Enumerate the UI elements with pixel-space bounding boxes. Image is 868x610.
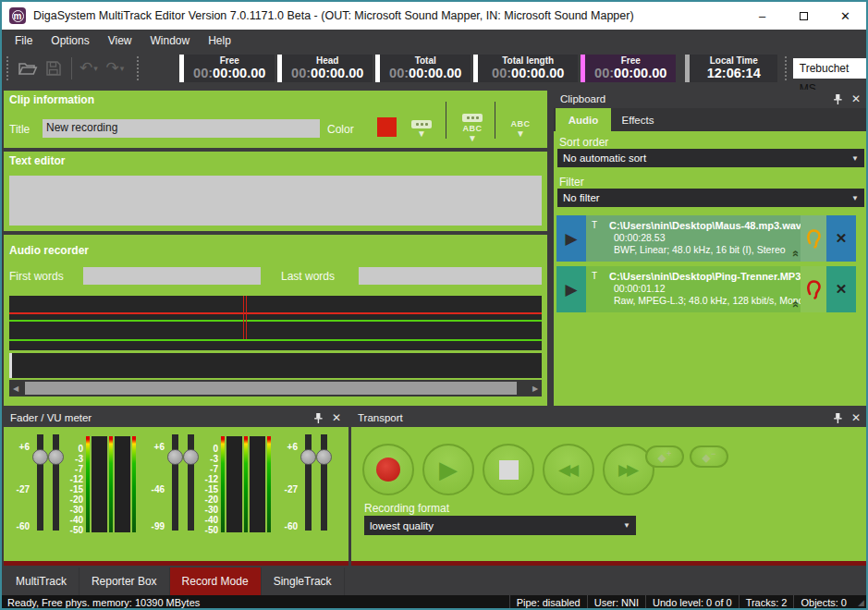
- status-message: Ready, Free phys. memory: 10390 MBytes: [7, 597, 200, 608]
- fader-slider-mon-right[interactable]: [316, 434, 332, 534]
- waveform-display[interactable]: [9, 296, 542, 378]
- fader-slider-in-left[interactable]: [32, 434, 48, 534]
- item-body[interactable]: TC:\Users\nin\Desktop\Maus-48.mp3.wav 00…: [586, 215, 801, 262]
- item-path: C:\Users\nin\Desktop\Ping-Trenner.MP3: [609, 271, 801, 282]
- text-editor-area[interactable]: [9, 176, 542, 226]
- color-dropdown-button[interactable]: ▼: [405, 113, 438, 144]
- pin-icon[interactable]: [313, 412, 324, 424]
- scrollbar-thumb[interactable]: [25, 382, 517, 395]
- mode-tabbar: MultiTrack Reporter Box Record Mode Sing…: [2, 567, 866, 595]
- clipboard-tabstrip: Audio Effects: [554, 108, 868, 131]
- transport-header[interactable]: Transport ✕: [351, 409, 868, 427]
- diamond-plus-icon: ◆+: [658, 449, 672, 464]
- status-undo-level: Undo level: 0 of 0: [645, 595, 739, 610]
- toolbar-grip[interactable]: [6, 56, 12, 80]
- marker-row[interactable]: [9, 353, 542, 378]
- item-remove-button[interactable]: ✕: [826, 266, 856, 312]
- clipboard-item-2[interactable]: ▶ TC:\Users\nin\Desktop\Ping-Trenner.MP3…: [556, 266, 856, 312]
- slider-knob[interactable]: [32, 449, 48, 465]
- clipboard-header[interactable]: Clipboard ✕: [554, 90, 868, 108]
- tab-effects[interactable]: Effects: [611, 108, 665, 131]
- save-button[interactable]: [41, 55, 67, 81]
- minimize-button[interactable]: –: [741, 2, 783, 30]
- slider-knob[interactable]: [183, 449, 199, 465]
- title-input[interactable]: New recording: [43, 119, 320, 138]
- undo-button[interactable]: ↶▾: [76, 55, 103, 81]
- fader-slider-out-left[interactable]: [167, 434, 183, 534]
- vu-level-bar: [115, 436, 130, 532]
- close-panel-icon[interactable]: ✕: [332, 412, 341, 423]
- vu-gradient-strip: [86, 436, 90, 532]
- pin-icon[interactable]: [833, 412, 843, 424]
- recording-format-select[interactable]: lowest quality ▼: [364, 516, 636, 535]
- open-button[interactable]: [15, 55, 42, 81]
- redo-button[interactable]: ↷▾: [102, 55, 128, 81]
- menu-view[interactable]: View: [99, 31, 141, 50]
- clipboard-item-1[interactable]: ▶ TC:\Users\nin\Desktop\Maus-48.mp3.wav …: [556, 215, 856, 262]
- expand-chevron-icon[interactable]: »: [788, 301, 801, 308]
- abc-dropdown-button[interactable]: ABC ▼: [502, 113, 539, 144]
- counter-label: Free: [621, 55, 641, 66]
- item-remove-button[interactable]: ✕: [826, 215, 856, 262]
- expand-chevron-icon[interactable]: »: [788, 250, 801, 257]
- resize-grip[interactable]: ◢: [853, 598, 866, 607]
- playhead-cursor[interactable]: [246, 296, 247, 339]
- play-icon: ▶: [565, 229, 577, 249]
- item-body[interactable]: TC:\Users\nin\Desktop\Ping-Trenner.MP3 0…: [586, 266, 801, 312]
- item-prelisten-button[interactable]: [801, 266, 826, 312]
- scroll-right-button[interactable]: ▶: [529, 380, 542, 396]
- fader-slider-mon-left[interactable]: [300, 434, 316, 534]
- sort-order-select[interactable]: No automatic sort ▼: [557, 149, 864, 167]
- select-arrow-icon: ▼: [851, 194, 859, 202]
- item-play-button[interactable]: ▶: [556, 215, 586, 262]
- fader-vu-panel: Fader / VU meter ✕ +6-27-60 0-3-7-12-15-…: [4, 409, 348, 566]
- tab-reporter-box[interactable]: Reporter Box: [79, 567, 170, 595]
- maximize-button[interactable]: [783, 2, 825, 30]
- waveform-track-1: [9, 296, 542, 320]
- fader-header[interactable]: Fader / VU meter ✕: [4, 409, 348, 427]
- menu-file[interactable]: File: [6, 31, 42, 50]
- text-template-dropdown-button[interactable]: ABC ▼: [454, 107, 491, 148]
- record-button[interactable]: [362, 444, 414, 495]
- menu-options[interactable]: Options: [42, 31, 98, 50]
- text-editor-title: Text editor: [9, 154, 65, 167]
- fader-slider-out-right[interactable]: [183, 434, 199, 534]
- vu-level-bar: [226, 436, 242, 532]
- slider-knob[interactable]: [316, 449, 332, 465]
- menu-window[interactable]: Window: [141, 31, 200, 50]
- menu-help[interactable]: Help: [199, 31, 240, 50]
- color-swatch[interactable]: [377, 117, 397, 137]
- add-marker-button[interactable]: ◆+: [645, 445, 684, 468]
- slider-knob[interactable]: [300, 449, 316, 465]
- fader-slider-in-right[interactable]: [48, 434, 64, 534]
- tab-multitrack[interactable]: MultiTrack: [4, 567, 79, 595]
- stop-button[interactable]: [483, 444, 534, 495]
- pin-icon[interactable]: [833, 93, 843, 105]
- close-icon: ✕: [836, 230, 848, 247]
- rewind-button[interactable]: ◀◀: [543, 444, 594, 495]
- close-panel-icon[interactable]: ✕: [851, 93, 861, 104]
- toolbar-grip-3[interactable]: [785, 56, 790, 80]
- item-play-button[interactable]: ▶: [556, 266, 586, 312]
- tab-record-mode[interactable]: Record Mode: [170, 567, 262, 595]
- item-prelisten-button[interactable]: [801, 215, 826, 262]
- tab-singletrack[interactable]: SingleTrack: [262, 567, 345, 595]
- remove-marker-button[interactable]: ◆−: [690, 445, 728, 468]
- last-words-input[interactable]: [359, 267, 542, 285]
- close-button[interactable]: ✕: [825, 2, 866, 30]
- vu-gradient-strip: [132, 436, 136, 532]
- counter-value: 00:00:00.00: [193, 66, 265, 80]
- slider-knob[interactable]: [48, 449, 64, 465]
- scroll-left-button[interactable]: ◀: [9, 380, 22, 396]
- filter-select[interactable]: No filter ▼: [557, 189, 864, 207]
- play-button[interactable]: ▶: [422, 444, 474, 495]
- toolbar-grip-2[interactable]: [137, 56, 142, 80]
- playhead-cursor[interactable]: [243, 296, 244, 339]
- slider-knob[interactable]: [167, 449, 183, 465]
- horizontal-scrollbar[interactable]: ◀ ▶: [9, 380, 542, 396]
- close-panel-icon[interactable]: ✕: [851, 412, 861, 423]
- first-words-input[interactable]: [83, 267, 261, 285]
- separator: [495, 102, 495, 139]
- font-selector[interactable]: Trebuchet MS: [793, 58, 866, 79]
- tab-audio[interactable]: Audio: [556, 108, 611, 131]
